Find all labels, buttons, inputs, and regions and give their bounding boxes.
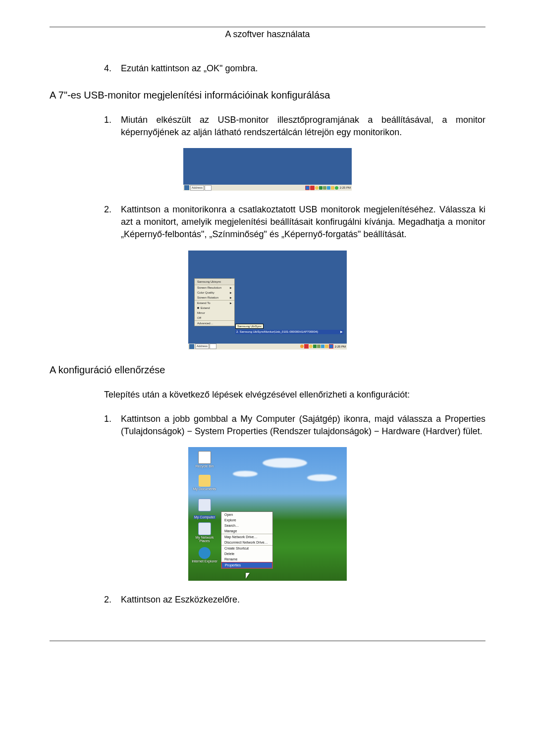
tray-icon[interactable]: [331, 186, 334, 190]
desktop-icon-recycle-bin[interactable]: Recycle Bin: [191, 451, 218, 468]
tray-icon[interactable]: [300, 345, 304, 348]
icon-label: My Network Places: [191, 536, 218, 543]
menu-item[interactable]: Open: [221, 512, 272, 517]
list-text: Kattintson a jobb gombbal a My Computer …: [121, 413, 485, 438]
tray-icon[interactable]: [325, 345, 328, 348]
icon-label: My Computer: [194, 515, 215, 519]
list-text: Kattintson a monitorikonra a csatlakozta…: [121, 203, 485, 240]
monitor-tray-icon[interactable]: [305, 186, 310, 190]
document-page: A szoftver használata 4. Ezután kattints…: [0, 0, 535, 671]
menu-item[interactable]: Delete: [221, 551, 272, 556]
menu-item[interactable]: Extend To▶: [195, 300, 234, 305]
chevron-right-icon: ▶: [230, 302, 232, 304]
internet-explorer-icon: [199, 547, 211, 559]
list-item: 2. Kattintson az Eszközkezelőre.: [104, 594, 485, 606]
system-tray: 2:25 PM: [300, 344, 347, 349]
list-text: Ezután kattintson az „OK" gombra.: [121, 62, 485, 75]
tray-icon[interactable]: [313, 345, 317, 348]
header-rule: [50, 27, 485, 27]
list-text: Miután elkészült az USB-monitor illesztő…: [121, 114, 485, 139]
menu-title: Samsung Ubisync: [195, 279, 234, 285]
screenshot-tray-menu: Samsung Ubisync Screen Resolution▶ Color…: [188, 251, 347, 350]
section-heading: A 7"-es USB-monitor megjelenítési inform…: [50, 90, 485, 101]
chevron-right-icon: ▶: [340, 330, 343, 334]
tray-icon[interactable]: [319, 186, 322, 190]
recycle-bin-icon: [198, 451, 211, 464]
list-item: 2. Kattintson a monitorikonra a csatlako…: [104, 203, 485, 240]
menu-item[interactable]: Manage: [221, 528, 272, 534]
tray-icon[interactable]: [317, 345, 321, 348]
address-label: Address: [195, 344, 209, 349]
menu-item[interactable]: Map Network Drive…: [221, 534, 272, 540]
screenshot-desktop-context: Recycle Bin My Documents My Computer My …: [188, 447, 347, 581]
menu-item[interactable]: Rename: [221, 556, 272, 562]
menu-item[interactable]: Search…: [221, 523, 272, 528]
chevron-right-icon: ▶: [230, 296, 232, 299]
list-item: 1. Miután elkészült az USB-monitor illes…: [104, 114, 485, 139]
address-field[interactable]: [210, 344, 216, 349]
folder-icon: [199, 475, 211, 487]
start-button-icon[interactable]: [184, 185, 189, 190]
menu-item[interactable]: Create Shortcut: [221, 545, 272, 551]
list-number: 1.: [104, 413, 121, 438]
desktop-icon-my-computer[interactable]: My Computer: [191, 499, 218, 520]
tray-icon[interactable]: [310, 186, 315, 190]
icon-label: Recycle Bin: [191, 464, 218, 468]
tray-icon[interactable]: [315, 186, 319, 190]
menu-item[interactable]: Explore: [221, 517, 272, 523]
address-field[interactable]: [205, 185, 212, 191]
menu-item-properties[interactable]: Properties: [221, 562, 272, 568]
page-header: A szoftver használata: [50, 29, 485, 40]
tray-icon[interactable]: [321, 345, 324, 348]
desktop-icon-my-documents[interactable]: My Documents: [191, 475, 218, 491]
address-label: Address: [190, 185, 204, 191]
tray-icon[interactable]: [327, 186, 330, 190]
menu-item[interactable]: Disconnect Network Drive…: [221, 540, 272, 545]
network-icon: [198, 522, 211, 535]
menu-item[interactable]: Screen Resolution▶: [195, 285, 234, 290]
menu-item[interactable]: Color Quality▶: [195, 290, 234, 295]
tray-icon[interactable]: [309, 345, 313, 348]
menu-item[interactable]: Advanced…: [195, 320, 234, 326]
menu-item[interactable]: Mirror: [195, 310, 234, 315]
footer-rule: [50, 641, 485, 641]
screenshot-taskbar: Address 2:25 PM: [183, 148, 352, 191]
menu-item[interactable]: Off: [195, 315, 234, 320]
section-heading: A konfiguráció ellenőrzése: [50, 364, 485, 376]
list-item: 4. Ezután kattintson az „OK" gombra.: [104, 62, 485, 75]
cursor-icon: [246, 573, 251, 580]
list-number: 1.: [104, 114, 121, 139]
highlighted-monitor-item[interactable]: 2. Samsung UbiSyncMonitor(Usb_0101-00000…: [235, 330, 344, 334]
clock: 2:25 PM: [340, 186, 351, 189]
computer-icon: [198, 499, 211, 511]
list-number: 4.: [104, 62, 121, 75]
chevron-right-icon: ▶: [230, 291, 232, 294]
list-item: 1. Kattintson a jobb gombbal a My Comput…: [104, 413, 485, 438]
icon-label: My Documents: [191, 487, 218, 491]
list-number: 2.: [104, 203, 121, 240]
system-tray: 2:25 PM: [305, 185, 352, 190]
tray-icon[interactable]: [323, 186, 326, 190]
tray-icon[interactable]: [335, 186, 338, 190]
tray-icon[interactable]: [304, 344, 309, 349]
list-number: 2.: [104, 594, 121, 606]
context-menu: Open Explore Search… Manage Map Network …: [221, 511, 273, 569]
menu-item[interactable]: Screen Rotation▶: [195, 295, 234, 300]
clock: 2:25 PM: [335, 345, 346, 348]
taskbar: Address 2:25 PM: [188, 344, 347, 350]
tooltip: Samsung UbiSync: [235, 324, 264, 329]
desktop-icon-ie[interactable]: Internet Explorer: [191, 547, 218, 563]
desktop-icon-my-network[interactable]: My Network Places: [191, 522, 218, 543]
list-text: Kattintson az Eszközkezelőre.: [121, 594, 485, 606]
chevron-right-icon: ▶: [230, 286, 232, 289]
taskbar: Address 2:25 PM: [183, 185, 352, 191]
menu-item[interactable]: Extend: [195, 305, 234, 310]
start-button-icon[interactable]: [189, 344, 194, 349]
icon-label: Internet Explorer: [191, 559, 218, 563]
monitor-tray-icon[interactable]: [329, 344, 333, 349]
context-menu: Samsung Ubisync Screen Resolution▶ Color…: [194, 278, 235, 326]
paragraph: Telepítés után a következő lépések elvég…: [104, 389, 485, 401]
